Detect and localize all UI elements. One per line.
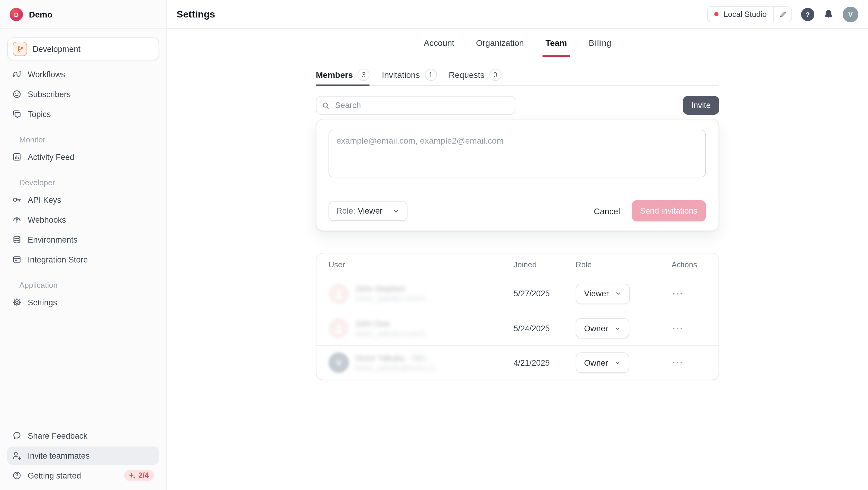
sidebar-item-workflows[interactable]: Workflows [7,65,159,83]
subscribers-icon [12,89,22,99]
local-studio-pill: Local Studio [707,6,792,22]
tab-label: Team [546,38,567,48]
table-row: John Stephen victor_yakubu+user4... 5/27… [316,277,718,311]
sidebar-item-integration-store[interactable]: Integration Store [7,251,159,268]
chevron-down-icon [615,290,621,297]
sidebar-section-application: Application [19,281,152,290]
invite-form-footer: Role: Viewer Cancel Send invitations [329,200,706,222]
joined-date: 5/24/2025 [514,324,576,333]
row-actions-button[interactable] [672,362,707,363]
role-value: Owner [584,324,608,333]
org-avatar: D [10,8,23,21]
topics-icon [12,109,22,119]
sidebar-nav: Workflows Subscribers [7,65,159,313]
you-badge: You [408,354,428,362]
sidebar-footer: Share Feedback Invite teammates [0,427,166,490]
help-icon: ? [806,10,809,18]
sidebar-item-subscribers[interactable]: Subscribers [7,85,159,103]
search-box [316,96,516,115]
org-name: Demo [29,10,53,19]
help-button[interactable]: ? [801,7,814,21]
sidebar-item-activity-feed[interactable]: Activity Feed [7,148,159,166]
edit-studio-button[interactable] [773,7,792,22]
avatar-initial: V [336,358,342,368]
sidebar-item-label: Topics [28,110,51,119]
send-invitations-button[interactable]: Send invitations [631,200,706,222]
tab-billing[interactable]: Billing [587,29,613,57]
environment-label: Development [33,45,81,53]
sidebar-divider [0,28,166,29]
sidebar-item-label: Subscribers [28,90,71,99]
user-initial: V [848,10,852,18]
topbar-actions: Local Studio ? [707,6,858,22]
search-input[interactable] [316,96,516,115]
sidebar-item-label: Settings [28,298,57,307]
invite-form-card: Role: Viewer Cancel Send invitations [316,119,719,231]
invite-role-select[interactable]: Role: Viewer [329,201,407,221]
subtab-members[interactable]: Members 3 [316,64,370,85]
search-icon [322,102,330,109]
subtab-label: Invitations [382,70,420,80]
column-header-role: Role [576,260,672,269]
key-icon [12,195,22,205]
user-email: victor_yakubu@novu.co [355,364,435,372]
subtab-requests[interactable]: Requests 0 [449,64,501,85]
org-switcher[interactable]: D Demo [0,0,166,28]
sidebar-item-webhooks[interactable]: Webhooks [7,211,159,229]
settings-tabs: Account Organization Team Billing [167,29,868,57]
sidebar-item-label: Webhooks [28,215,66,224]
sidebar-item-label: Integration Store [28,255,88,264]
user-name: John Doe [355,319,431,328]
team-content: Members 3 Invitations 1 Requests 0 [316,57,719,380]
chevron-down-icon [614,359,621,366]
column-header-joined: Joined [514,260,576,269]
question-icon [12,471,22,480]
sidebar-item-environments[interactable]: Environments [7,231,159,249]
team-subtabs: Members 3 Invitations 1 Requests 0 [316,64,719,86]
user-email: victor_yakubu+user4... [355,294,431,303]
getting-started-progress-badge: 2/4 [124,470,154,481]
tab-label: Account [424,38,454,48]
user-avatar[interactable]: V [843,6,858,22]
row-actions-button[interactable] [672,327,707,329]
user-email: victor_yakubu+user2... [355,329,431,338]
user-cell: John Stephen victor_yakubu+user4... [329,283,514,304]
notifications-button[interactable] [824,9,834,19]
org-initial: D [14,11,19,18]
sidebar-item-api-keys[interactable]: API Keys [7,191,159,209]
local-studio-button[interactable]: Local Studio [708,7,773,22]
getting-started-progress: 2/4 [138,471,149,480]
tab-organization[interactable]: Organization [475,29,525,57]
sidebar: D Demo Development [0,0,167,490]
search-row: Invite [316,96,719,115]
row-actions-button[interactable] [672,293,707,294]
sparkles-icon [128,471,136,480]
bell-icon [824,9,834,19]
page-title: Settings [177,9,215,20]
role-value: Owner [584,358,608,367]
activity-feed-icon [12,152,22,162]
sidebar-section-developer: Developer [19,178,152,187]
sidebar-item-topics[interactable]: Topics [7,105,159,123]
members-count-badge: 3 [358,69,370,81]
row-role-select[interactable]: Viewer [576,283,630,304]
cancel-button[interactable]: Cancel [594,206,620,216]
user-cell: V Victor Yakubu You victor_yakubu@novu.c… [329,352,514,373]
sidebar-item-settings[interactable]: Settings [7,293,159,311]
tab-account[interactable]: Account [423,29,456,57]
avatar: V [329,352,349,373]
invite-emails-input[interactable] [329,130,706,177]
share-feedback-button[interactable]: Share Feedback [7,427,159,445]
invite-button[interactable]: Invite [683,96,719,115]
tab-team[interactable]: Team [544,29,568,57]
joined-date: 4/21/2025 [514,358,576,367]
local-studio-label: Local Studio [724,10,767,19]
subtab-invitations[interactable]: Invitations 1 [382,64,437,85]
environment-switcher[interactable]: Development [7,37,159,60]
invite-teammates-button[interactable]: Invite teammates [7,446,159,465]
row-role-select[interactable]: Owner [576,318,629,339]
person-icon [333,288,345,299]
row-role-select[interactable]: Owner [576,352,629,373]
getting-started-button[interactable]: Getting started 2/4 [7,466,159,485]
subtab-label: Requests [449,70,484,80]
